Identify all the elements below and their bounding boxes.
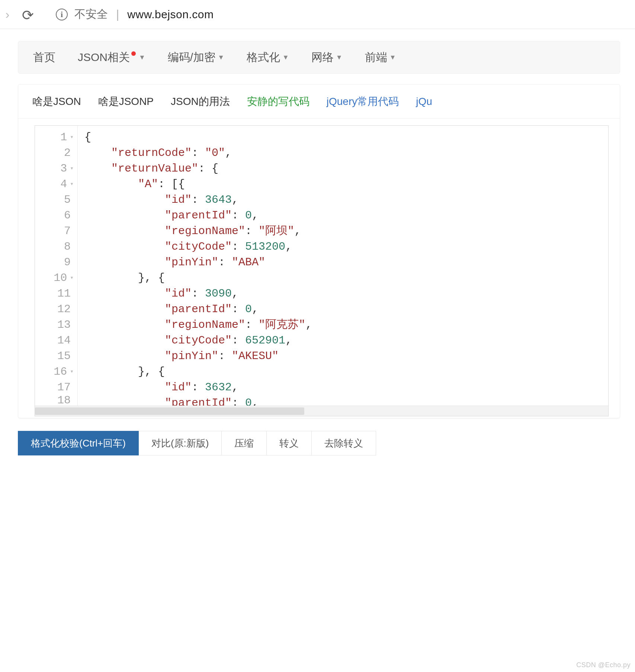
chevron-down-icon: ▼ bbox=[282, 54, 289, 61]
code-line: { bbox=[84, 129, 312, 145]
gutter-line: 13 bbox=[35, 317, 74, 333]
nav-item-label: 首页 bbox=[33, 50, 55, 65]
gutter-line: 3▾ bbox=[35, 161, 74, 176]
gutter-line: 6 bbox=[35, 208, 74, 223]
address-separator: | bbox=[115, 7, 121, 21]
action-bar: 格式化校验(Ctrl+回车)对比(原:新版)压缩转义去除转义 bbox=[18, 431, 620, 455]
code-line: "cityCode": 652901, bbox=[84, 333, 312, 348]
gutter-line: 11 bbox=[35, 286, 74, 301]
nav-item-label: 格式化 bbox=[247, 50, 280, 65]
horizontal-scrollbar[interactable] bbox=[35, 406, 608, 416]
fold-icon[interactable]: ▾ bbox=[70, 364, 74, 380]
sub-tab[interactable]: JSON的用法 bbox=[171, 95, 230, 109]
address-bar[interactable]: i 不安全 | www.bejson.com bbox=[41, 7, 214, 22]
gutter-line: 15 bbox=[35, 348, 74, 364]
site-nav: 首页JSON相关▼编码/加密▼格式化▼网络▼前端▼ bbox=[18, 41, 620, 74]
gutter-line: 17 bbox=[35, 380, 74, 395]
nav-item-label: JSON相关 bbox=[78, 50, 130, 65]
nav-item[interactable]: 编码/加密▼ bbox=[168, 50, 224, 65]
fold-icon[interactable]: ▾ bbox=[70, 176, 74, 192]
code-line: "pinYin": "AKESU" bbox=[84, 348, 312, 364]
json-card: 啥是JSON啥是JSONPJSON的用法安静的写代码jQuery常用代码jQu … bbox=[18, 84, 620, 418]
sub-tab[interactable]: 啥是JSON bbox=[32, 95, 81, 109]
gutter-line: 5 bbox=[35, 192, 74, 208]
code-line: "regionName": "阿克苏", bbox=[84, 317, 312, 333]
gutter-line: 12 bbox=[35, 301, 74, 317]
code-line: }, { bbox=[84, 364, 312, 380]
format-validate-button[interactable]: 格式化校验(Ctrl+回车) bbox=[18, 431, 139, 455]
code-editor[interactable]: 1▾23▾4▾5678910▾111213141516▾1718 { "retu… bbox=[35, 126, 608, 406]
sub-tab-bar: 啥是JSON啥是JSONPJSON的用法安静的写代码jQuery常用代码jQu bbox=[18, 84, 620, 119]
fold-icon[interactable]: ▾ bbox=[70, 270, 74, 286]
nav-item[interactable]: 格式化▼ bbox=[247, 50, 289, 65]
nav-item[interactable]: 首页 bbox=[33, 50, 55, 65]
nav-item-label: 前端 bbox=[365, 50, 387, 65]
nav-item-label: 网络 bbox=[311, 50, 334, 65]
gutter-line: 9 bbox=[35, 255, 74, 270]
gutter-line: 7 bbox=[35, 223, 74, 239]
code-line: "pinYin": "ABA" bbox=[84, 255, 312, 270]
code-line: "id": 3643, bbox=[84, 192, 312, 208]
nav-item[interactable]: 网络▼ bbox=[311, 50, 343, 65]
code-line: "parentId": 0, bbox=[84, 208, 312, 223]
gutter-line: 2 bbox=[35, 145, 74, 161]
sub-tab[interactable]: 安静的写代码 bbox=[247, 95, 310, 109]
gutter-line: 8 bbox=[35, 239, 74, 255]
browser-toolbar: › ⟳ i 不安全 | www.bejson.com bbox=[0, 0, 635, 29]
code-line: }, { bbox=[84, 270, 312, 286]
fold-icon[interactable]: ▾ bbox=[70, 161, 74, 176]
chevron-down-icon: ▼ bbox=[218, 54, 224, 61]
code-line: "id": 3632, bbox=[84, 380, 312, 395]
sub-tab[interactable]: 啥是JSONP bbox=[98, 95, 154, 109]
sub-tab[interactable]: jQu bbox=[416, 96, 432, 108]
editor-container: 1▾23▾4▾5678910▾111213141516▾1718 { "retu… bbox=[35, 125, 609, 416]
code-area[interactable]: { "returnCode": "0", "returnValue": { "A… bbox=[78, 126, 312, 406]
code-line: "returnCode": "0", bbox=[84, 145, 312, 161]
gutter-line: 14 bbox=[35, 333, 74, 348]
action-button[interactable]: 去除转义 bbox=[312, 431, 376, 455]
code-line: "regionName": "阿坝", bbox=[84, 223, 312, 239]
nav-item[interactable]: 前端▼ bbox=[365, 50, 396, 65]
code-line: "parentId": 0, bbox=[84, 395, 312, 406]
insecure-label: 不安全 bbox=[74, 7, 108, 22]
scrollbar-thumb[interactable] bbox=[35, 407, 304, 415]
gutter-line: 18 bbox=[35, 395, 74, 406]
gutter-line: 10▾ bbox=[35, 270, 74, 286]
action-button[interactable]: 对比(原:新版) bbox=[139, 431, 222, 455]
chevron-down-icon: ▼ bbox=[139, 54, 145, 61]
code-line: "A": [{ bbox=[84, 176, 312, 192]
site-info-icon[interactable]: i bbox=[56, 9, 68, 20]
gutter-line: 16▾ bbox=[35, 364, 74, 380]
code-line: "returnValue": { bbox=[84, 161, 312, 176]
code-line: "cityCode": 513200, bbox=[84, 239, 312, 255]
code-line: "parentId": 0, bbox=[84, 301, 312, 317]
code-line: "id": 3090, bbox=[84, 286, 312, 301]
fold-icon[interactable]: ▾ bbox=[70, 129, 74, 145]
nav-item-label: 编码/加密 bbox=[168, 50, 215, 65]
action-button[interactable]: 压缩 bbox=[222, 431, 267, 455]
nav-item[interactable]: JSON相关▼ bbox=[78, 50, 145, 65]
chevron-down-icon: ▼ bbox=[389, 54, 396, 61]
url-text: www.bejson.com bbox=[127, 8, 214, 21]
line-gutter: 1▾23▾4▾5678910▾111213141516▾1718 bbox=[35, 126, 78, 406]
gutter-line: 1▾ bbox=[35, 129, 74, 145]
forward-icon[interactable]: › bbox=[0, 7, 15, 22]
notification-dot-icon bbox=[131, 51, 136, 56]
reload-icon[interactable]: ⟳ bbox=[15, 7, 41, 23]
action-button[interactable]: 转义 bbox=[267, 431, 312, 455]
gutter-line: 4▾ bbox=[35, 176, 74, 192]
sub-tab[interactable]: jQuery常用代码 bbox=[327, 95, 399, 109]
chevron-down-icon: ▼ bbox=[336, 54, 343, 61]
